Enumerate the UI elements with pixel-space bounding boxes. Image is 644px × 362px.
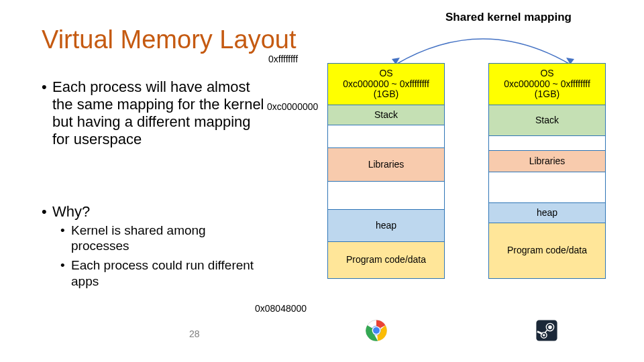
bullet-1: •Each process will have almost the same …: [52, 78, 267, 148]
app-icons-b: [535, 316, 558, 345]
svg-point-11: [543, 334, 545, 337]
svg-point-6: [373, 327, 380, 334]
os-size-b: (1GB): [535, 89, 559, 100]
os-title: OS: [379, 68, 392, 79]
seg-gap2-b: [489, 172, 605, 203]
seg-stack-a: Stack: [328, 105, 444, 125]
seg-heap-b: heap: [489, 203, 605, 223]
os-size: (1GB): [374, 89, 398, 100]
os-title-b: OS: [540, 68, 553, 79]
chrome-icon: [365, 319, 388, 342]
seg-code-b: Program code/data: [489, 223, 605, 278]
steam-icon: [535, 319, 558, 342]
sub-2-text: Each process could run different apps: [71, 258, 254, 288]
address-kernel-base-label: 0xc0000000: [267, 101, 318, 112]
seg-code-a: Program code/data: [328, 242, 444, 278]
bullet-1-text: Each process will have almost the same m…: [52, 78, 264, 147]
svg-point-9: [548, 325, 552, 329]
seg-os-b: OS 0xc000000 ~ 0xffffffff (1GB): [489, 64, 605, 105]
seg-gap1-b: [489, 136, 605, 151]
seg-stack-b: Stack: [489, 105, 605, 136]
address-user-base-label: 0x08048000: [255, 303, 307, 314]
page-number: 28: [189, 328, 200, 339]
memory-column-b: OS 0xc000000 ~ 0xffffffff (1GB) Stack Li…: [488, 63, 606, 279]
seg-libs-b: Libraries: [489, 151, 605, 172]
seg-libs-a: Libraries: [328, 148, 444, 182]
memory-column-a: OS 0xc000000 ~ 0xffffffff (1GB) Stack Li…: [327, 63, 445, 279]
os-range: 0xc000000 ~ 0xffffffff: [343, 79, 429, 90]
seg-gap1-a: [328, 125, 444, 148]
seg-os-a: OS 0xc000000 ~ 0xffffffff (1GB): [328, 64, 444, 105]
seg-heap-a: heap: [328, 210, 444, 242]
bullet-2-text: Why?: [52, 203, 90, 220]
slide-title: Virtual Memory Layout: [42, 25, 296, 54]
address-top-label: 0xffffffff: [268, 54, 298, 64]
app-icons-a: [365, 316, 388, 345]
sub-bullets: •Kernel is shared among processes •Each …: [71, 223, 259, 289]
shared-kernel-arc: [376, 25, 590, 67]
sub-1-text: Kernel is shared among processes: [71, 223, 206, 253]
shared-kernel-label: Shared kernel mapping: [445, 11, 572, 24]
bullet-2: •Why?: [52, 203, 90, 221]
seg-gap2-a: [328, 182, 444, 210]
os-range-b: 0xc000000 ~ 0xffffffff: [504, 79, 590, 90]
